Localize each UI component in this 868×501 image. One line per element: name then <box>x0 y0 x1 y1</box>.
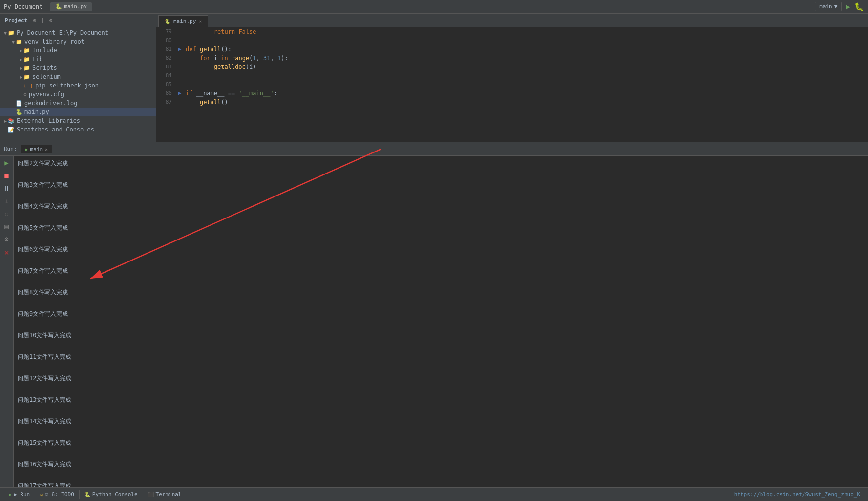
output-line <box>18 276 864 287</box>
line-content: getalldoc(i) <box>184 63 868 71</box>
expand-arrow: ▶ <box>20 57 22 62</box>
output-line <box>18 470 864 480</box>
expand-arrow: ▼ <box>4 30 7 36</box>
todo-icon: ☑ <box>40 492 43 497</box>
output-line: 问题15文件写入完成 <box>18 437 864 448</box>
tree-item-scripts[interactable]: ▶ 📁 Scripts <box>0 64 156 72</box>
output-line <box>18 212 864 222</box>
run-tab-main[interactable]: ▶ main ✕ <box>21 145 53 153</box>
tree-item-lib[interactable]: ▶ 📁 Lib <box>0 55 156 64</box>
tree-item-include[interactable]: ▶ 📁 Include <box>0 46 156 55</box>
filter-icon[interactable]: ▤ <box>3 221 9 231</box>
line-number: 87 <box>156 98 176 107</box>
title-bar: Py_Document 🐍 main.py main ▼ ▶ 🐛 <box>0 0 868 14</box>
close-icon[interactable]: ✕ <box>3 247 10 258</box>
folder-icon: 📁 <box>23 47 30 54</box>
terminal-button[interactable]: ⬛ Terminal <box>143 490 187 499</box>
py-icon: 🐍 <box>16 109 22 115</box>
output-line <box>18 319 864 330</box>
output-line: 问题13文件写入完成 <box>18 394 864 405</box>
title-tab[interactable]: 🐍 main.py <box>50 2 91 11</box>
output-line: 问题12文件写入完成 <box>18 373 864 384</box>
todo-button[interactable]: ☑ ☑ 6: TODO <box>35 490 80 499</box>
line-content: for i in range(1, 31, 1): <box>184 54 868 63</box>
output-line: 问题3文件写入完成 <box>18 179 864 190</box>
run-pause-button[interactable]: ⏸ <box>2 183 11 193</box>
tree-label: pyvenv.cfg <box>29 91 64 98</box>
tree-item-pip-selfcheck[interactable]: ▶ { } pip-selfcheck.json <box>0 81 156 90</box>
tab-close-button[interactable]: ✕ <box>199 19 202 24</box>
tree-item-geckodriver[interactable]: ▶ 📄 geckodriver.log <box>0 99 156 108</box>
tree-item-pyvenv[interactable]: ▶ ⚙ pyvenv.cfg <box>0 90 156 99</box>
output-line <box>18 341 864 351</box>
tree-item-main-py[interactable]: ▶ 🐍 main.py <box>0 108 156 116</box>
output-line <box>18 405 864 416</box>
run-tab-close-button[interactable]: ✕ <box>45 147 48 152</box>
collapse-icon[interactable]: | <box>40 17 46 24</box>
run-stop-button[interactable]: ■ <box>3 171 9 180</box>
python-console-button[interactable]: 🐍 Python Console <box>80 490 143 499</box>
debug-button[interactable]: 🐛 <box>854 2 864 11</box>
app-title: Py_Document <box>4 3 42 10</box>
tree-item-external-libraries[interactable]: ▶ 📚 External Libraries <box>0 116 156 125</box>
folder-icon: 📁 <box>8 30 15 36</box>
tree-item-selenium[interactable]: ▶ 📁 selenium <box>0 72 156 81</box>
tree-label: selenium <box>32 73 61 80</box>
code-line-83: 83 getalldoc(i) <box>156 63 868 71</box>
editor-tab-main-py[interactable]: 🐍 main.py ✕ <box>158 15 208 27</box>
run-play-button[interactable]: ▶ <box>3 158 9 168</box>
line-gutter-breakpoint[interactable]: ▶ <box>176 45 184 54</box>
log-icon: 📄 <box>16 100 22 107</box>
tree-label: main.py <box>24 109 49 115</box>
run-step-button[interactable]: ↓ <box>3 196 9 206</box>
output-line: 问题9文件写入完成 <box>18 308 864 319</box>
line-number: 83 <box>156 63 176 71</box>
run-rerun-button[interactable]: ↻ <box>3 209 9 218</box>
run-button[interactable]: ▶ <box>846 2 850 11</box>
tree-item-venv[interactable]: ▼ 📁 venv library root <box>0 37 156 46</box>
tree-label: geckodriver.log <box>24 100 77 107</box>
code-line-81: 81 ▶ def getall(): <box>156 45 868 54</box>
tab-label: main.py <box>64 3 86 10</box>
run-content: ▶ ■ ⏸ ↓ ↻ ▤ ⚙ ✕ 问题2文件写入完成 问题3文件写入完成 问题4文… <box>0 156 868 487</box>
output-line: 问题10文件写入完成 <box>18 330 864 341</box>
output-line: 问题4文件写入完成 <box>18 201 864 212</box>
code-line-80: 80 <box>156 36 868 45</box>
code-line-86: 86 ▶ if __name__ == '__main__': <box>156 89 868 98</box>
expand-arrow: ▶ <box>20 65 22 71</box>
bottom-panel: Run: ▶ main ✕ ▶ ■ ⏸ ↓ ↻ ▤ ⚙ ✕ 问题2文件写入完成 … <box>0 142 868 487</box>
python-console-label: Python Console <box>92 491 138 498</box>
expand-arrow: ▶ <box>20 48 22 53</box>
tree-label: venv library root <box>24 38 85 45</box>
scratch-icon: 📝 <box>8 127 15 133</box>
code-line-85: 85 <box>156 80 868 89</box>
line-gutter-breakpoint[interactable]: ▶ <box>176 89 184 98</box>
run-tab-label: main <box>30 146 43 152</box>
settings-icon[interactable]: ⚙ <box>3 234 9 244</box>
tree-label: Scratches and Consoles <box>17 126 94 133</box>
line-content <box>184 80 868 89</box>
line-number: 85 <box>156 80 176 89</box>
sync-icon[interactable]: ⚙ <box>31 17 38 24</box>
folder-icon: 📁 <box>23 56 30 63</box>
output-line <box>18 169 864 179</box>
tree-label: Py_Document E:\Py_Document <box>17 29 108 36</box>
tree-item-py-document[interactable]: ▼ 📁 Py_Document E:\Py_Document <box>0 28 156 37</box>
run-status-button[interactable]: ▶ ▶ Run <box>4 490 35 499</box>
tree-item-scratches[interactable]: ▶ 📝 Scratches and Consoles <box>0 125 156 134</box>
run-sidebar: ▶ ■ ⏸ ↓ ↻ ▤ ⚙ ✕ <box>0 156 14 487</box>
code-line-84: 84 <box>156 71 868 80</box>
line-number: 84 <box>156 71 176 80</box>
output-line <box>18 190 864 201</box>
code-line-87: 87 getall() <box>156 98 868 107</box>
output-line <box>18 298 864 308</box>
line-number: 80 <box>156 36 176 45</box>
settings-icon[interactable]: ⚙ <box>48 17 54 24</box>
status-url: https://blog.csdn.net/Swust_Zeng_zhuo_K <box>730 491 864 498</box>
output-line: 问题16文件写入完成 <box>18 459 864 470</box>
run-tab-icon: ▶ <box>25 147 28 152</box>
folder-icon: 📁 <box>16 39 22 45</box>
run-config[interactable]: main ▼ <box>815 2 842 11</box>
line-content: getall() <box>184 98 868 107</box>
tree-label: Scripts <box>32 65 57 71</box>
